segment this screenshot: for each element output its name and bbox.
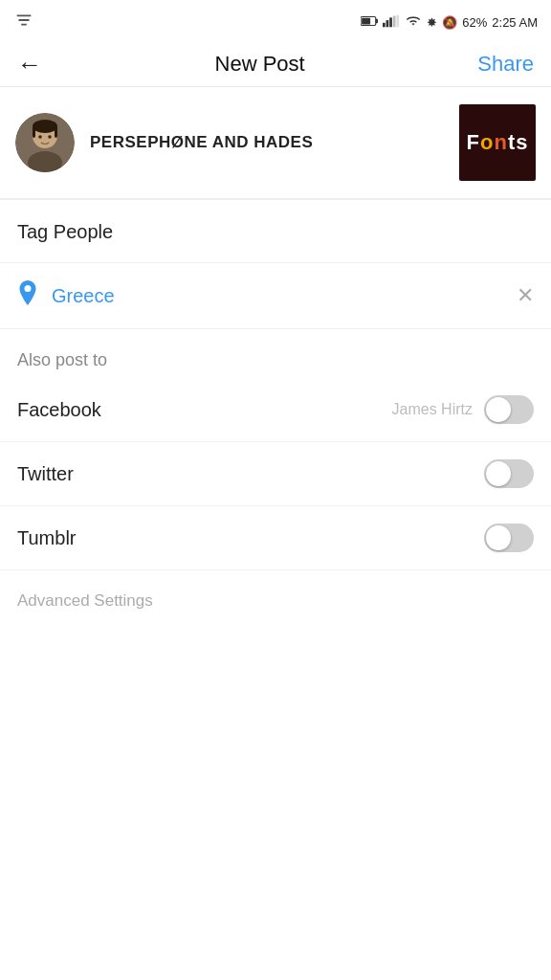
facebook-toggle[interactable] — [484, 395, 534, 424]
advanced-settings-label: Advanced Settings — [17, 591, 153, 610]
tumblr-right — [484, 523, 534, 552]
notification-icon — [13, 10, 34, 35]
battery-icon — [361, 14, 378, 31]
tag-people-section[interactable]: Tag People — [0, 200, 551, 262]
facebook-right: James Hirtz — [392, 395, 534, 424]
svg-rect-1 — [376, 18, 378, 23]
twitter-toggle-knob — [486, 461, 511, 486]
location-clear-button[interactable]: ✕ — [517, 283, 534, 308]
svg-rect-6 — [393, 15, 396, 27]
twitter-row: Twitter — [0, 442, 551, 506]
mute-icon: 🔕 — [442, 15, 457, 30]
tag-people-label: Tag People — [17, 221, 113, 242]
also-post-to-title: Also post to — [0, 329, 551, 378]
facebook-account: James Hirtz — [392, 401, 473, 418]
signal-icon — [383, 14, 400, 31]
post-username: PERSEPHØNE AND HADES — [90, 133, 444, 152]
location-pin-icon — [17, 280, 38, 311]
tumblr-toggle-knob — [486, 525, 511, 550]
location-row: Greece ✕ — [0, 263, 551, 329]
twitter-right — [484, 459, 534, 488]
post-preview: PERSEPHØNE AND HADES Fonts — [0, 87, 551, 199]
svg-point-15 — [48, 135, 52, 139]
fonts-badge-text: Fonts — [467, 130, 529, 155]
svg-rect-12 — [33, 126, 35, 138]
fonts-badge[interactable]: Fonts — [459, 104, 536, 181]
status-bar: ✸ 🔕 62% 2:25 AM — [0, 0, 551, 42]
back-button[interactable]: ← — [17, 52, 42, 77]
svg-rect-7 — [397, 14, 400, 27]
page-title: New Post — [215, 52, 305, 77]
top-nav: ← New Post Share — [0, 42, 551, 87]
svg-point-14 — [38, 135, 42, 139]
svg-point-11 — [33, 120, 57, 133]
svg-rect-3 — [383, 22, 386, 27]
tumblr-toggle[interactable] — [484, 523, 534, 552]
share-button[interactable]: Share — [477, 52, 534, 77]
facebook-toggle-knob — [486, 397, 511, 422]
time-display: 2:25 AM — [492, 15, 538, 30]
facebook-row: Facebook James Hirtz — [0, 378, 551, 442]
svg-rect-2 — [362, 17, 370, 24]
svg-rect-13 — [55, 126, 57, 138]
location-name[interactable]: Greece — [52, 285, 503, 307]
svg-rect-5 — [389, 17, 392, 27]
twitter-toggle[interactable] — [484, 459, 534, 488]
advanced-settings[interactable]: Advanced Settings — [0, 570, 551, 632]
svg-rect-4 — [386, 20, 389, 27]
tumblr-label: Tumblr — [17, 527, 76, 549]
twitter-label: Twitter — [17, 463, 74, 485]
tumblr-row: Tumblr — [0, 506, 551, 570]
battery-percent: 62% — [462, 15, 487, 30]
bluetooth-icon: ✸ — [427, 15, 437, 30]
facebook-label: Facebook — [17, 399, 101, 421]
wifi-icon — [405, 14, 422, 31]
avatar — [15, 113, 75, 172]
status-icons: ✸ 🔕 62% 2:25 AM — [361, 14, 538, 31]
